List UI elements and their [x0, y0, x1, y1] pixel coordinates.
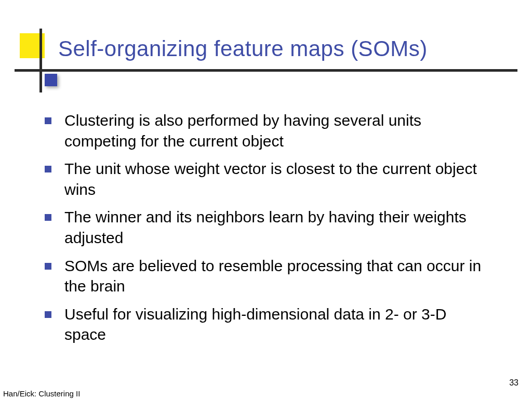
header-graphic — [20, 31, 56, 94]
divider-horizontal — [15, 69, 517, 72]
bullet-list: Clustering is also performed by having s… — [45, 110, 491, 345]
slide-body: Clustering is also performed by having s… — [45, 110, 491, 352]
list-item: Clustering is also performed by having s… — [45, 110, 491, 151]
list-item: The unit whose weight vector is closest … — [45, 158, 491, 200]
footer-left: Han/Eick: Clustering II — [3, 389, 80, 398]
list-item: Useful for visualizing high-dimensional … — [45, 304, 491, 345]
slide-title: Self-organizing feature maps (SOMs) — [58, 36, 428, 61]
accent-square-blue — [45, 74, 57, 86]
page-number: 33 — [509, 378, 518, 388]
divider-vertical — [39, 29, 42, 92]
list-item: The winner and its neighbors learn by ha… — [45, 207, 491, 248]
slide: Self-organizing feature maps (SOMs) Clus… — [0, 0, 532, 399]
list-item: SOMs are believed to resemble processing… — [45, 256, 491, 297]
